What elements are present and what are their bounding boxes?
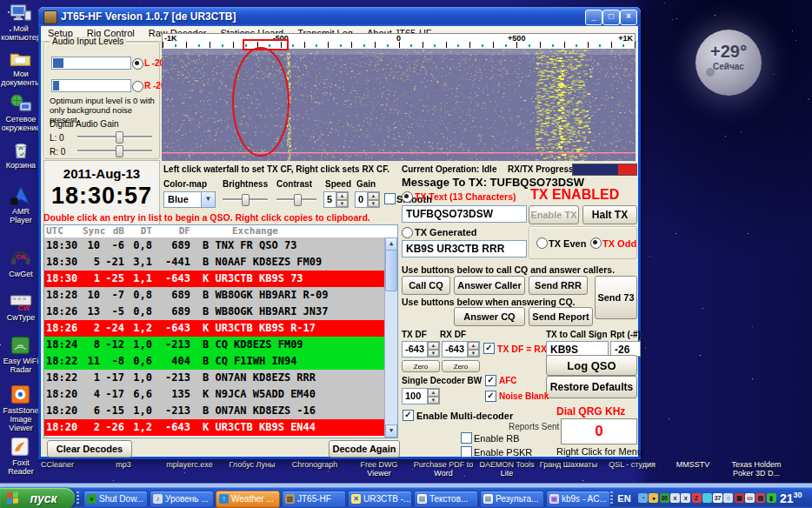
maximize-button[interactable]: □: [602, 10, 620, 25]
tray-calendar-icon[interactable]: 37: [713, 493, 722, 503]
task-button-jt65-hf[interactable]: ▥JT65-HF: [282, 491, 346, 508]
spin-up-icon[interactable]: ▲: [468, 342, 479, 350]
task-button-volume-level[interactable]: ♪Уровень ...: [150, 491, 214, 508]
scroll-up-icon[interactable]: ▲: [385, 237, 397, 251]
afc-checkbox[interactable]: ✓: [485, 375, 496, 386]
task-button-image-viewer[interactable]: ▣kb9s - AC...: [546, 491, 610, 508]
tx-text-radio[interactable]: [402, 191, 413, 203]
waterfall-display[interactable]: [162, 50, 636, 161]
multi-decoder-checkbox[interactable]: ✓: [403, 410, 414, 421]
chevron-down-icon[interactable]: ▼: [201, 192, 215, 207]
zero-rx-df-button[interactable]: Zero: [442, 360, 480, 372]
tray-sound-muted-icon[interactable]: x: [681, 493, 690, 503]
decode-row[interactable]: 18:3010-60,8689B TNX FR QSO 73: [44, 237, 397, 254]
desktop-icon-qsl-студия[interactable]: QSL - студия: [601, 460, 663, 469]
spin-up-icon[interactable]: ▲: [368, 192, 379, 200]
decode-row[interactable]: 18:301-251,1-643K UR3CTB KB9S 73: [44, 271, 397, 287]
tray-grid-icon[interactable]: ▦: [735, 493, 744, 503]
tray-36-icon[interactable]: 36: [660, 493, 669, 503]
tray-battery-icon[interactable]: ▮: [767, 493, 776, 503]
tx-even-radio[interactable]: [536, 237, 548, 249]
minimize-button[interactable]: _: [585, 10, 602, 25]
spin-down-icon[interactable]: ▼: [428, 397, 439, 404]
desktop-icon-cwget[interactable]: CWCwGet: [1, 248, 41, 278]
rx-df-spinner[interactable]: -643 ▲▼: [442, 341, 480, 358]
spin-down-icon[interactable]: ▼: [468, 350, 479, 358]
task-button-notepad-1[interactable]: ▤Текстов...: [414, 491, 478, 508]
frequency-ruler[interactable]: -1K -500 0 +500 +1K: [162, 33, 636, 50]
desktop-icon-purchase-pdf-to-word[interactable]: Purchase PDF to Word: [412, 460, 475, 478]
tx-text-input[interactable]: TUFBQSO73DSW: [402, 205, 527, 223]
desktop-icon-mp3[interactable]: mp3: [92, 460, 155, 469]
enable-pskr-checkbox[interactable]: [461, 446, 472, 458]
speed-spinner[interactable]: 5 ▲▼: [323, 191, 349, 208]
spin-up-icon[interactable]: ▲: [336, 192, 348, 200]
desktop-icon-my-documents[interactable]: Мои документы: [1, 48, 41, 87]
tray-coin-icon[interactable]: ●: [649, 493, 658, 503]
tray-clock-icon[interactable]: ◔: [638, 493, 648, 503]
decode-list-scrollbar[interactable]: ▲ ▼: [384, 237, 397, 438]
decode-again-button[interactable]: Decode Again: [329, 440, 400, 458]
spin-up-icon[interactable]: ▲: [428, 342, 439, 350]
decode-row[interactable]: 18:221-171,0-213B ON7AN KD8EZS RRR: [44, 370, 397, 386]
tray-search-icon[interactable]: ○: [723, 493, 733, 503]
decode-row[interactable]: 18:305-213,1-441B N0AAF KD8EZS FM09: [44, 254, 397, 271]
decode-row[interactable]: 18:204-176,6135K N9JCA W5ADD EM40: [44, 386, 397, 403]
left-channel-radio[interactable]: [132, 58, 143, 70]
task-button-weather[interactable]: ↑Weather ...: [216, 491, 280, 508]
desktop-icon-faststone[interactable]: FastStone Image Viewer: [1, 384, 41, 432]
call-cq-button[interactable]: Call CQ: [402, 276, 450, 295]
tray-display-icon[interactable]: [702, 493, 712, 503]
spin-down-icon[interactable]: ▼: [336, 200, 348, 208]
close-button[interactable]: ×: [620, 10, 637, 25]
task-button-mixw[interactable]: ✕UR3CTB -...: [348, 491, 412, 508]
gain-left-slider[interactable]: [77, 131, 152, 142]
scrollbar-thumb[interactable]: [385, 250, 397, 291]
desktop-icon-chronograph[interactable]: Chronograph: [283, 460, 346, 469]
desktop-icon-mplayerc-exe[interactable]: mplayerc.exe: [158, 460, 221, 469]
tray-monitor-icon[interactable]: ▭: [745, 493, 755, 503]
desktop-icon-easy-wifi-radar[interactable]: Easy WiFi Radar: [1, 335, 41, 374]
log-qso-button[interactable]: Log QSO: [546, 355, 637, 376]
tray-flag-icon[interactable]: ▤: [755, 493, 765, 503]
decode-row[interactable]: 18:206-151,0-213B ON7AN KD8EZS -16: [44, 403, 397, 419]
decode-row[interactable]: 18:202-261,2-643K UR3CTB KB9S EN44: [44, 419, 397, 436]
tx-generated-radio[interactable]: [402, 227, 413, 238]
decode-row[interactable]: 18:2211-80,6404B CQ F1IWH IN94: [44, 353, 397, 370]
send-report-button[interactable]: Send Report: [529, 307, 593, 326]
desktop-icon-cwtype[interactable]: CWCwType: [1, 291, 41, 322]
taskbar-clock[interactable]: 2130: [780, 491, 802, 505]
tx-df-spinner[interactable]: -643 ▲▼: [402, 341, 440, 358]
enable-tx-button[interactable]: Enable TX: [529, 205, 579, 224]
desktop-icon-my-computer[interactable]: Мой компьютер: [1, 3, 41, 42]
desktop-icon-daemon-tools-lite[interactable]: DAEMON Tools Lite: [476, 460, 538, 478]
spin-down-icon[interactable]: ▼: [368, 200, 379, 208]
spin-up-icon[interactable]: ▲: [428, 389, 439, 397]
send-73-button[interactable]: Send 73: [595, 276, 637, 319]
restore-defaults-button[interactable]: Restore Defaults: [546, 376, 637, 398]
decoder-bw-spinner[interactable]: 100 ▲▼: [402, 388, 440, 404]
task-button-shutdown[interactable]: ●Shut Dow...: [83, 491, 148, 508]
answer-caller-button[interactable]: Answer Caller: [454, 276, 525, 295]
language-indicator[interactable]: EN: [616, 491, 633, 505]
desktop-icon-mmsstv[interactable]: MMSSTV: [662, 460, 724, 469]
halt-tx-button[interactable]: Halt TX: [582, 205, 637, 224]
desktop-icon-texas-holdem-poker-3d-d-[interactable]: Texas Holdem Poker 3D D...: [725, 460, 788, 478]
decode-row[interactable]: 18:2810-70,8689B WB8OGK HB9ARI R-09: [44, 287, 397, 304]
tray-guard-icon[interactable]: Z: [692, 493, 702, 503]
desktop-icon-foxit-reader[interactable]: Foxit Reader: [1, 437, 41, 476]
start-button[interactable]: пуск: [0, 488, 75, 508]
colormap-select[interactable]: Blue ▼: [163, 191, 216, 208]
titlebar[interactable]: JT65-HF Version 1.0.7 [de UR3CTB] _ □ ×: [38, 7, 641, 26]
decode-row[interactable]: 18:2613-50,8689B WB8OGK HB9ARI JN37: [44, 304, 397, 320]
contrast-slider[interactable]: [276, 194, 316, 204]
brightness-slider[interactable]: [223, 194, 268, 204]
desktop-icon-network-places[interactable]: Сетевое окружение: [1, 93, 41, 132]
enable-rb-checkbox[interactable]: [461, 432, 472, 444]
wf-gain-spinner[interactable]: 0 ▲▼: [355, 191, 380, 208]
desktop-icon-глобус-луны[interactable]: Глобус Луны: [221, 460, 283, 469]
desktop-icon-free-dwg-viewer[interactable]: Free DWG Viewer: [348, 460, 410, 478]
task-button-notepad-2[interactable]: ▤Результа...: [480, 491, 544, 508]
clear-decodes-button[interactable]: Clear Decodes: [47, 440, 132, 458]
decode-row[interactable]: 18:248-121,0-213B CQ KD8EZS FM09: [44, 337, 397, 353]
